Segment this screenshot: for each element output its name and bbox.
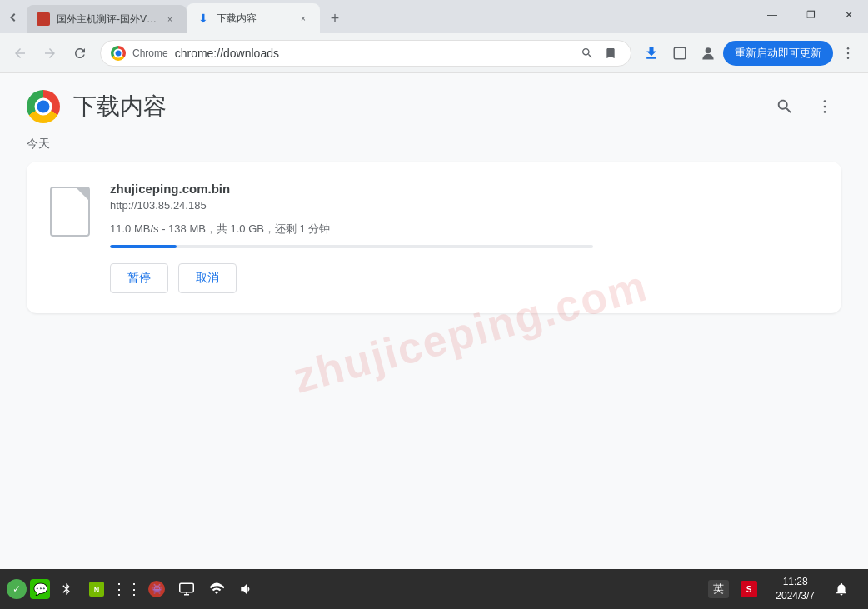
page-header: 下载内容 xyxy=(0,73,868,130)
chrome-menu-button[interactable] xyxy=(835,40,861,67)
lang-button[interactable]: 英 xyxy=(708,580,729,598)
svg-point-4 xyxy=(847,57,850,59)
svg-text:N: N xyxy=(94,586,100,594)
tab-favicon-inactive xyxy=(37,12,50,26)
download-list: 今天 zhujiceping.com.bin http://103.85.24.… xyxy=(0,130,868,569)
taskbar-dots-icon[interactable]: ⋮⋮ xyxy=(113,576,140,602)
back-button[interactable] xyxy=(7,40,33,67)
new-tab-button[interactable]: + xyxy=(323,7,347,30)
forward-button[interactable] xyxy=(37,40,63,67)
taskbar-monitor-icon[interactable] xyxy=(173,576,200,602)
notification-button[interactable] xyxy=(828,576,855,602)
clock-date: 2024/3/7 xyxy=(776,589,815,603)
download-info: zhujiceping.com.bin http://103.85.24.185… xyxy=(110,182,821,293)
search-icon[interactable] xyxy=(577,43,597,63)
toolbar: Chrome chrome://downloads 重新启动即可更新 xyxy=(0,33,868,73)
close-button[interactable]: ✕ xyxy=(830,2,868,28)
toolbar-right: 重新启动即可更新 xyxy=(638,40,861,67)
window-controls: — ❐ ✕ xyxy=(753,2,868,33)
svg-point-5 xyxy=(824,100,826,102)
taskbar-volume-icon[interactable] xyxy=(233,576,260,602)
title-bar: 国外主机测评-国外VPS、国... × ⬇ 下载内容 × + — ❐ ✕ xyxy=(0,0,868,33)
cancel-button[interactable]: 取消 xyxy=(178,263,237,293)
page-header-actions xyxy=(768,90,841,123)
profile-button[interactable] xyxy=(695,40,721,67)
page-title-area: 下载内容 xyxy=(27,90,167,123)
taskbar-red-icon[interactable]: 👾 xyxy=(143,576,170,602)
taskbar: ✓ 💬 N ⋮⋮ 👾 英 S 11:28 2024/3/7 xyxy=(0,569,868,609)
file-icon-area xyxy=(47,182,93,242)
svg-point-3 xyxy=(847,52,850,54)
url-text: chrome://downloads xyxy=(175,47,571,60)
svg-rect-0 xyxy=(674,47,686,59)
tab-title-inactive: 国外主机测评-国外VPS、国... xyxy=(57,12,157,27)
progress-bar-fill xyxy=(110,245,177,248)
taskbar-nvidia-icon[interactable]: N xyxy=(83,576,110,602)
svg-point-6 xyxy=(824,106,826,108)
tab-title-active: 下载内容 xyxy=(217,12,290,26)
chrome-logo xyxy=(27,90,60,123)
taskbar-wechat-icon[interactable]: 💬 xyxy=(30,579,50,599)
svg-rect-10 xyxy=(180,583,194,592)
bookmark-icon[interactable] xyxy=(601,43,621,63)
tab-close-inactive[interactable]: × xyxy=(163,12,177,26)
download-filename: zhujiceping.com.bin xyxy=(110,182,821,196)
download-card: zhujiceping.com.bin http://103.85.24.185… xyxy=(27,162,841,313)
progress-bar xyxy=(110,245,593,248)
page-menu-button[interactable] xyxy=(808,90,841,123)
reading-mode-button[interactable] xyxy=(666,40,693,67)
svg-point-1 xyxy=(706,47,711,53)
taskbar-bluetooth-icon[interactable] xyxy=(53,576,80,602)
section-label-today: 今天 xyxy=(27,137,841,152)
minimize-button[interactable]: — xyxy=(753,2,791,28)
download-indicator[interactable] xyxy=(638,40,665,67)
reload-button[interactable] xyxy=(67,40,93,67)
chrome-label: Chrome xyxy=(132,47,168,59)
svg-point-7 xyxy=(824,111,826,113)
tab-download-icon: ⬇ xyxy=(197,12,210,25)
taskbar-check-icon[interactable]: ✓ xyxy=(7,579,27,599)
maximize-button[interactable]: ❐ xyxy=(791,2,830,28)
tray-area: 英 S 11:28 2024/3/7 xyxy=(701,575,861,603)
download-url: http://103.85.24.185 xyxy=(110,199,821,212)
page-content: zhujiceping.com 下载内容 今天 zhujiceping.com.… xyxy=(0,73,868,569)
chrome-icon xyxy=(111,46,126,61)
clock-area[interactable]: 11:28 2024/3/7 xyxy=(769,575,821,603)
page-title: 下载内容 xyxy=(73,91,167,122)
tab-scroll-left[interactable] xyxy=(0,3,27,32)
svg-point-2 xyxy=(847,47,850,49)
pause-button[interactable]: 暂停 xyxy=(110,263,168,293)
download-actions: 暂停 取消 xyxy=(110,263,821,293)
svg-text:S: S xyxy=(746,585,752,594)
tab-close-active[interactable]: × xyxy=(297,12,310,25)
clock-time: 11:28 xyxy=(783,575,808,589)
taskbar-sougou-icon[interactable]: S xyxy=(736,576,762,602)
file-icon xyxy=(50,187,90,237)
address-bar[interactable]: Chrome chrome://downloads xyxy=(100,40,631,67)
tab-inactive[interactable]: 国外主机测评-国外VPS、国... × xyxy=(27,5,187,33)
address-actions xyxy=(577,43,621,63)
update-button[interactable]: 重新启动即可更新 xyxy=(723,41,833,66)
tab-active[interactable]: ⬇ 下载内容 × xyxy=(187,3,320,33)
taskbar-wifi-icon[interactable] xyxy=(203,576,230,602)
download-status: 11.0 MB/s - 138 MB，共 1.0 GB，还剩 1 分钟 xyxy=(110,222,821,237)
search-downloads-button[interactable] xyxy=(768,90,801,123)
